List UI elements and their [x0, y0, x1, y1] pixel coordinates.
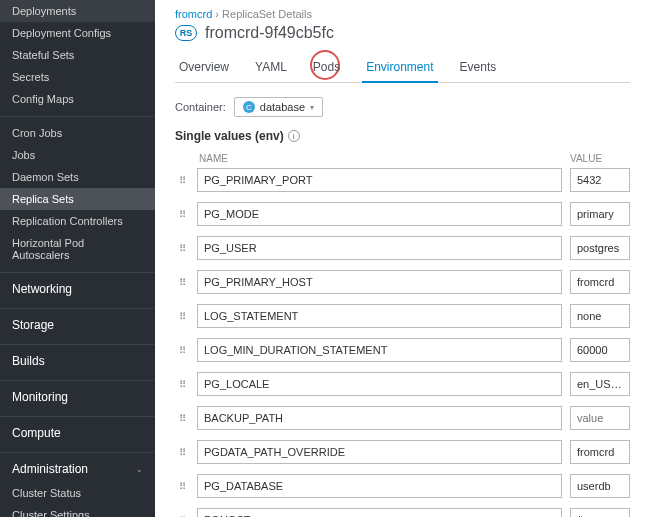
env-name-input[interactable]: [197, 440, 562, 464]
env-value-input[interactable]: [570, 508, 630, 517]
drag-handle-icon[interactable]: ⠿: [175, 413, 189, 424]
env-value-input[interactable]: [570, 474, 630, 498]
drag-handle-icon[interactable]: ⠿: [175, 243, 189, 254]
env-name-input[interactable]: [197, 304, 562, 328]
env-name-input[interactable]: [197, 406, 562, 430]
chevron-down-icon: ▾: [310, 103, 314, 112]
env-value-input[interactable]: [570, 338, 630, 362]
info-icon[interactable]: i: [288, 130, 300, 142]
container-icon: C: [243, 101, 255, 113]
env-value-input[interactable]: [570, 202, 630, 226]
env-name-input[interactable]: [197, 372, 562, 396]
env-row: ⠿: [175, 338, 630, 362]
sidebar-item[interactable]: Cluster Status: [0, 482, 155, 504]
env-value-input[interactable]: [570, 406, 630, 430]
drag-handle-icon[interactable]: ⠿: [175, 209, 189, 220]
env-name-input[interactable]: [197, 168, 562, 192]
section-title: Single values (env) i: [175, 129, 630, 143]
sidebar-section[interactable]: Monitoring: [0, 380, 155, 410]
env-value-input[interactable]: [570, 236, 630, 260]
env-row: ⠿: [175, 440, 630, 464]
sidebar-section[interactable]: Networking: [0, 272, 155, 302]
sidebar-item[interactable]: Replica Sets: [0, 188, 155, 210]
env-row: ⠿: [175, 270, 630, 294]
sidebar-item[interactable]: Secrets: [0, 66, 155, 88]
sidebar-item[interactable]: Horizontal Pod Autoscalers: [0, 232, 155, 266]
tab-pods[interactable]: Pods: [309, 54, 344, 82]
container-label: Container:: [175, 101, 226, 113]
env-value-input[interactable]: [570, 440, 630, 464]
drag-handle-icon[interactable]: ⠿: [175, 345, 189, 356]
sidebar-item[interactable]: Replication Controllers: [0, 210, 155, 232]
env-row: ⠿: [175, 474, 630, 498]
env-name-input[interactable]: [197, 474, 562, 498]
sidebar-section[interactable]: Administration⌄: [0, 452, 155, 482]
sidebar-item[interactable]: Cron Jobs: [0, 122, 155, 144]
drag-handle-icon[interactable]: ⠿: [175, 379, 189, 390]
container-select[interactable]: C database ▾: [234, 97, 323, 117]
tab-events[interactable]: Events: [456, 54, 501, 82]
resource-badge: RS: [175, 25, 197, 41]
container-name: database: [260, 101, 305, 113]
env-value-input[interactable]: [570, 372, 630, 396]
col-name-header: NAME: [199, 153, 570, 164]
sidebar-item[interactable]: Cluster Settings: [0, 504, 155, 517]
breadcrumb-current: ReplicaSet Details: [222, 8, 312, 20]
drag-handle-icon[interactable]: ⠿: [175, 175, 189, 186]
drag-handle-icon[interactable]: ⠿: [175, 311, 189, 322]
env-row: ⠿: [175, 168, 630, 192]
env-row: ⠿: [175, 372, 630, 396]
env-name-input[interactable]: [197, 202, 562, 226]
env-row: ⠿: [175, 202, 630, 226]
tab-overview[interactable]: Overview: [175, 54, 233, 82]
sidebar-item[interactable]: Deployment Configs: [0, 22, 155, 44]
sidebar-item[interactable]: Config Maps: [0, 88, 155, 110]
drag-handle-icon[interactable]: ⠿: [175, 481, 189, 492]
env-row: ⠿: [175, 236, 630, 260]
env-header: NAME VALUE: [175, 153, 630, 168]
env-row: ⠿: [175, 508, 630, 517]
env-row: ⠿: [175, 304, 630, 328]
sidebar-section[interactable]: Compute: [0, 416, 155, 446]
tabs: OverviewYAMLPodsEnvironmentEvents: [175, 54, 630, 83]
env-name-input[interactable]: [197, 338, 562, 362]
tab-yaml[interactable]: YAML: [251, 54, 291, 82]
col-value-header: VALUE: [570, 153, 630, 164]
env-name-input[interactable]: [197, 236, 562, 260]
env-name-input[interactable]: [197, 508, 562, 517]
env-row: ⠿: [175, 406, 630, 430]
sidebar-item[interactable]: Daemon Sets: [0, 166, 155, 188]
sidebar: DeploymentsDeployment ConfigsStateful Se…: [0, 0, 155, 517]
drag-handle-icon[interactable]: ⠿: [175, 277, 189, 288]
chevron-down-icon: ⌄: [136, 465, 143, 474]
page-title: fromcrd-9f49cb5fc: [205, 24, 334, 42]
main-content: fromcrd › ReplicaSet Details RS fromcrd-…: [155, 0, 650, 517]
drag-handle-icon[interactable]: ⠿: [175, 447, 189, 458]
env-value-input[interactable]: [570, 270, 630, 294]
breadcrumb: fromcrd › ReplicaSet Details: [175, 8, 630, 20]
env-value-input[interactable]: [570, 168, 630, 192]
sidebar-section[interactable]: Storage: [0, 308, 155, 338]
sidebar-item[interactable]: Jobs: [0, 144, 155, 166]
sidebar-item[interactable]: Deployments: [0, 0, 155, 22]
env-name-input[interactable]: [197, 270, 562, 294]
breadcrumb-parent[interactable]: fromcrd: [175, 8, 212, 20]
env-value-input[interactable]: [570, 304, 630, 328]
sidebar-section[interactable]: Builds: [0, 344, 155, 374]
tab-environment[interactable]: Environment: [362, 54, 437, 82]
sidebar-item[interactable]: Stateful Sets: [0, 44, 155, 66]
